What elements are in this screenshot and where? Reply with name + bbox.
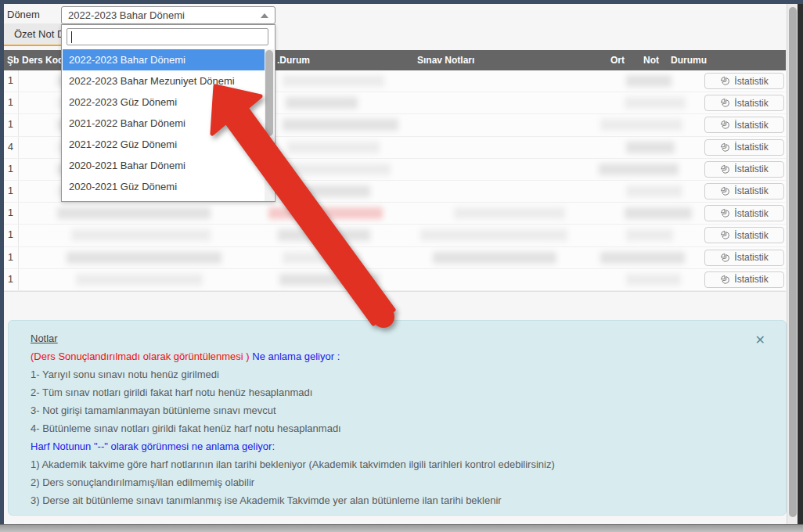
redacted-text — [600, 119, 682, 131]
dropdown-option[interactable]: 2020-2021 Güz Dönemi — [63, 176, 266, 197]
istatistik-button[interactable]: İstatistik — [704, 139, 784, 156]
notes-item: 1- Yarıyıl sonu sınavı notu henüz girilm… — [31, 369, 739, 380]
dropdown-scrollbar-thumb[interactable] — [265, 50, 273, 136]
notes-heading-1: (Ders Sonuçlandırılmadı olarak görüntüle… — [31, 351, 739, 362]
istatistik-button[interactable]: İstatistik — [704, 95, 784, 111]
section-number-cell: 1 — [4, 269, 19, 290]
notes-title: Notlar — [31, 333, 739, 344]
istatistik-label: İstatistik — [734, 185, 768, 196]
ozet-not-durumu-button[interactable]: Özet Not Du — [4, 23, 62, 45]
col-header-sinav-notlari: Sınav Notları — [417, 55, 474, 66]
redacted-text — [283, 75, 384, 87]
pie-chart-icon — [720, 98, 730, 108]
redacted-text — [433, 252, 556, 264]
section-number-cell: 1 — [4, 247, 19, 268]
table-row: 1İstatistik — [4, 269, 786, 291]
istatistik-label: İstatistik — [734, 98, 768, 109]
obs-grades-page: Dönem Özet Not Du Şb Ders Kodu .Durum Sı… — [0, 0, 803, 532]
dropdown-option[interactable]: 2021-2022 Bahar Dönemi — [63, 113, 266, 134]
vertical-scrollbar-thumb[interactable] — [789, 7, 797, 517]
redacted-text — [278, 229, 370, 241]
window-top-edge — [0, 0, 803, 4]
istatistik-button[interactable]: İstatistik — [704, 161, 784, 178]
window-right-edge — [798, 4, 803, 524]
istatistik-label: İstatistik — [734, 142, 768, 153]
redacted-text — [625, 97, 686, 109]
istatistik-button[interactable]: İstatistik — [704, 183, 784, 200]
istatistik-button[interactable]: İstatistik — [704, 250, 784, 266]
redacted-text — [286, 97, 358, 109]
redacted-text — [283, 164, 391, 175]
istatistik-label: İstatistik — [734, 164, 768, 174]
pie-chart-icon — [720, 230, 730, 240]
istatistik-label: İstatistik — [734, 252, 768, 263]
section-number-cell: 1 — [4, 225, 19, 246]
istatistik-button[interactable]: İstatistik — [704, 205, 784, 221]
pie-chart-icon — [720, 164, 730, 174]
redacted-text — [283, 252, 359, 264]
table-row: 1İstatistik — [4, 247, 786, 269]
redacted-text — [57, 207, 211, 219]
section-number-cell: 1 — [4, 181, 19, 202]
notes-body: Notlar (Ders Sonuçlandırılmadı olarak gö… — [31, 333, 739, 506]
redacted-text — [626, 274, 681, 286]
redacted-red-status — [268, 207, 383, 219]
istatistik-label: İstatistik — [734, 230, 768, 241]
col-header-ort: Ort — [610, 55, 625, 66]
istatistik-label: İstatistik — [734, 208, 768, 219]
notes-panel: ✕ Notlar (Ders Sonuçlandırılmadı olarak … — [8, 320, 787, 516]
donem-label: Dönem — [7, 9, 40, 20]
notes-item: 1) Akademik takvime göre harf notlarının… — [31, 459, 739, 470]
pie-chart-icon — [720, 142, 730, 153]
section-number-cell: 1 — [4, 70, 19, 92]
notes-item: 2) Ders sonuçlandırılmamış/ilan edilmemi… — [31, 477, 739, 488]
col-header-durum: .Durum — [277, 55, 310, 66]
table-row: 1İstatistik — [4, 203, 786, 225]
col-header-durumu: Durumu — [671, 55, 707, 66]
dropdown-option[interactable]: 2021-2022 Güz Dönemi — [63, 134, 266, 155]
pie-chart-icon — [720, 275, 730, 285]
dropdown-search-input[interactable] — [67, 28, 268, 45]
istatistik-label: İstatistik — [734, 76, 768, 87]
col-header-sb: Şb — [7, 55, 19, 66]
redacted-text — [67, 252, 221, 264]
redacted-text — [454, 207, 565, 219]
redacted-text — [76, 274, 203, 286]
vertical-scrollbar[interactable] — [787, 4, 798, 524]
section-number-cell: 4 — [4, 137, 19, 158]
pie-chart-icon — [720, 208, 730, 218]
notes-item: 3) Derse ait bütünleme sınavı tanımlanmı… — [31, 495, 739, 506]
horizontal-scrollbar[interactable] — [0, 524, 803, 532]
dropdown-option[interactable]: 2022-2023 Güz Dönemi — [63, 92, 266, 113]
section-number-cell: 1 — [4, 203, 19, 224]
close-icon[interactable]: ✕ — [755, 334, 765, 347]
redacted-text — [600, 252, 685, 264]
istatistik-button[interactable]: İstatistik — [704, 73, 784, 89]
istatistik-button[interactable]: İstatistik — [704, 227, 784, 243]
dropdown-option[interactable]: 2022-2023 Bahar Mezuniyet Dönemi — [63, 70, 266, 92]
redacted-text — [626, 75, 672, 87]
section-number-cell: 1 — [4, 92, 19, 113]
col-header-not: Not — [643, 55, 659, 66]
redacted-text — [599, 164, 679, 175]
semester-select[interactable]: 2022-2023 Bahar Dönemi — [61, 6, 275, 24]
redacted-text — [283, 119, 398, 131]
dropdown-option-list: 2022-2023 Bahar Dönemi2022-2023 Bahar Me… — [63, 49, 266, 197]
pie-chart-icon — [720, 120, 730, 130]
redacted-text — [287, 142, 380, 153]
dropdown-scrollbar[interactable] — [265, 49, 274, 201]
notes-heading-2: Harf Notunun "--" olarak görünmesi ne an… — [31, 441, 739, 452]
istatistik-button[interactable]: İstatistik — [704, 117, 784, 133]
dropdown-option[interactable]: 2022-2023 Bahar Dönemi — [63, 49, 266, 70]
redacted-text — [279, 274, 380, 286]
redacted-text — [625, 207, 692, 219]
redacted-text — [286, 185, 370, 197]
istatistik-button[interactable]: İstatistik — [704, 271, 784, 288]
semester-dropdown: 2022-2023 Bahar Dönemi2022-2023 Bahar Me… — [61, 24, 275, 202]
istatistik-label: İstatistik — [734, 120, 768, 131]
notes-item: 2- Tüm sınav notları girildi fakat harf … — [31, 387, 739, 398]
dropdown-option[interactable]: 2020-2021 Bahar Dönemi — [63, 155, 266, 176]
redacted-text — [626, 229, 673, 241]
redacted-text — [71, 229, 211, 241]
notes-item: 4- Bütünleme sınav notları girildi fakat… — [31, 423, 739, 434]
